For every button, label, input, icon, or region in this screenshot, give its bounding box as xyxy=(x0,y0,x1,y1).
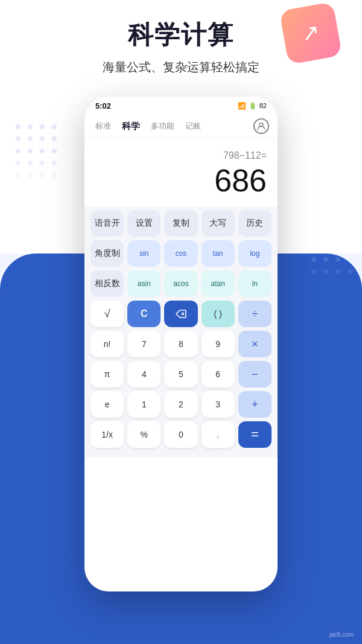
dots-right-decoration xyxy=(308,229,356,350)
svg-point-1 xyxy=(28,124,33,129)
trig-row: 角度制 sin cos tan log xyxy=(91,240,272,267)
btn-acos[interactable]: acos xyxy=(164,270,197,297)
backspace-icon xyxy=(176,310,186,318)
svg-point-27 xyxy=(348,245,352,250)
display-area: 798−112= 686 xyxy=(84,138,278,206)
svg-point-5 xyxy=(28,136,33,141)
svg-point-35 xyxy=(348,269,352,274)
btn-euler[interactable]: e xyxy=(91,391,124,418)
user-avatar-icon xyxy=(257,122,265,130)
svg-point-14 xyxy=(40,161,45,165)
btn-angle-mode[interactable]: 角度制 xyxy=(91,240,124,267)
btn-3[interactable]: 3 xyxy=(202,391,235,418)
row-0-equals: 1/x % 0 . = xyxy=(91,421,272,448)
user-icon[interactable] xyxy=(253,118,269,134)
row-456: π 4 5 6 − xyxy=(91,361,272,387)
utility-row: 语音开 设置 复制 大写 历史 xyxy=(91,210,272,237)
svg-point-2 xyxy=(40,124,45,129)
tab-science[interactable]: 科学 xyxy=(119,120,142,133)
row-789: n! 7 8 9 × xyxy=(91,331,272,357)
battery-icon: 🔋 xyxy=(249,102,257,110)
btn-log[interactable]: log xyxy=(238,240,272,267)
clear-row: √ C ( ) ÷ xyxy=(91,301,272,327)
btn-9[interactable]: 9 xyxy=(202,331,235,357)
btn-2[interactable]: 2 xyxy=(164,391,197,418)
btn-equals[interactable]: = xyxy=(238,421,272,448)
svg-point-8 xyxy=(16,148,21,153)
btn-0[interactable]: 0 xyxy=(164,421,197,448)
watermark: pic6.com xyxy=(329,631,354,638)
svg-point-32 xyxy=(311,269,316,274)
nav-tabs: 标准 科学 多功能 记账 xyxy=(84,115,278,138)
btn-inverse[interactable]: 相反数 xyxy=(91,270,124,297)
btn-dot[interactable]: . xyxy=(202,421,235,448)
svg-point-10 xyxy=(40,148,45,153)
btn-sqrt[interactable]: √ xyxy=(91,301,124,327)
btn-asin[interactable]: asin xyxy=(127,270,160,297)
display-expression: 798−112= xyxy=(95,150,267,164)
btn-parens[interactable]: ( ) xyxy=(202,301,235,327)
btn-ln[interactable]: ln xyxy=(238,270,272,297)
wifi-icon: 📶 xyxy=(238,102,246,110)
btn-pi[interactable]: π xyxy=(91,361,124,387)
svg-point-15 xyxy=(52,161,57,165)
btn-clear[interactable]: C xyxy=(127,301,160,327)
btn-divide[interactable]: ÷ xyxy=(238,301,272,327)
calculator-keypad: 语音开 设置 复制 大写 历史 角度制 sin cos tan log 相反数 … xyxy=(84,206,278,457)
btn-4[interactable]: 4 xyxy=(127,361,160,387)
btn-sin[interactable]: sin xyxy=(127,240,160,267)
btn-8[interactable]: 8 xyxy=(164,331,197,357)
btn-backspace[interactable] xyxy=(164,301,197,327)
svg-point-25 xyxy=(323,245,328,250)
svg-point-24 xyxy=(311,245,316,250)
btn-6[interactable]: 6 xyxy=(202,361,235,387)
tab-bookkeeping[interactable]: 记账 xyxy=(183,120,203,133)
svg-point-16 xyxy=(16,173,21,177)
btn-5[interactable]: 5 xyxy=(164,361,197,387)
btn-factorial[interactable]: n! xyxy=(91,331,124,357)
btn-percent[interactable]: % xyxy=(127,421,160,448)
btn-7[interactable]: 7 xyxy=(127,331,160,357)
btn-multiply[interactable]: × xyxy=(238,331,272,357)
btn-copy[interactable]: 复制 xyxy=(164,210,197,237)
btn-1[interactable]: 1 xyxy=(127,391,160,418)
status-time: 5:02 xyxy=(95,101,111,110)
arrow-up-right-icon: ↗ xyxy=(300,19,322,48)
svg-point-3 xyxy=(52,124,57,129)
page-subtitle: 海量公式、复杂运算轻松搞定 xyxy=(0,59,362,75)
btn-atan[interactable]: atan xyxy=(202,270,235,297)
battery-level: 82 xyxy=(259,102,267,109)
svg-point-23 xyxy=(348,233,352,238)
btn-tan[interactable]: tan xyxy=(202,240,235,267)
svg-point-21 xyxy=(323,233,328,238)
svg-point-22 xyxy=(335,233,340,238)
svg-point-13 xyxy=(28,161,33,165)
btn-settings[interactable]: 设置 xyxy=(127,210,160,237)
btn-cos[interactable]: cos xyxy=(164,240,197,267)
status-icons: 📶 🔋 82 xyxy=(238,102,267,110)
svg-point-17 xyxy=(28,173,33,177)
svg-point-31 xyxy=(348,257,352,262)
btn-caps[interactable]: 大写 xyxy=(202,210,235,237)
btn-reciprocal[interactable]: 1/x xyxy=(91,421,124,448)
deco-arrow-image: ↗ xyxy=(279,2,342,65)
svg-point-18 xyxy=(40,173,45,177)
svg-point-29 xyxy=(323,257,328,262)
tab-standard[interactable]: 标准 xyxy=(93,120,113,133)
btn-plus[interactable]: + xyxy=(238,391,272,418)
svg-point-6 xyxy=(40,136,45,141)
btn-minus[interactable]: − xyxy=(238,361,272,387)
svg-point-28 xyxy=(311,257,316,262)
svg-point-34 xyxy=(335,269,340,274)
btn-history[interactable]: 历史 xyxy=(238,210,272,237)
svg-point-7 xyxy=(52,136,57,141)
btn-voice[interactable]: 语音开 xyxy=(91,210,124,237)
svg-point-12 xyxy=(16,161,21,165)
display-result: 686 xyxy=(95,164,267,198)
status-bar: 5:02 📶 🔋 82 xyxy=(84,97,278,115)
inv-trig-row: 相反数 asin acos atan ln xyxy=(91,270,272,297)
phone-mockup: 5:02 📶 🔋 82 标准 科学 多功能 记账 798−112= 686 语音… xyxy=(84,97,278,591)
svg-point-11 xyxy=(52,148,57,153)
svg-point-26 xyxy=(335,245,340,250)
tab-multi[interactable]: 多功能 xyxy=(148,120,177,133)
